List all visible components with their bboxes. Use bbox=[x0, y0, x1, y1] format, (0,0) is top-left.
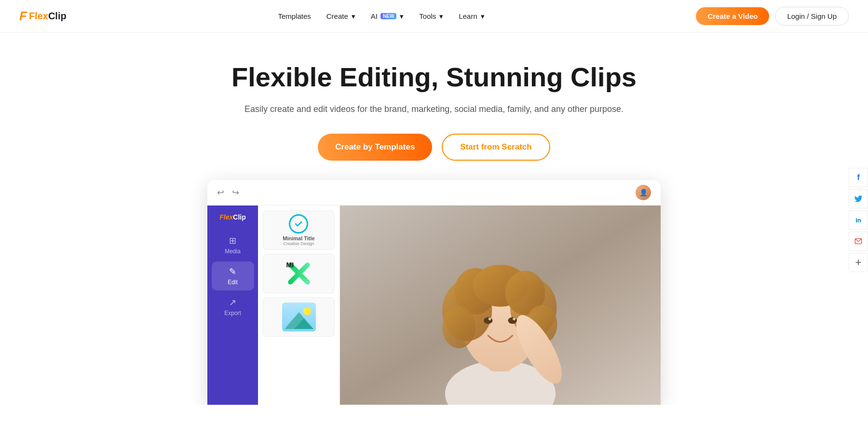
editor-main: Minimal Title Creative Design MI bbox=[258, 206, 661, 405]
sidebar-item-export[interactable]: ↗ Export bbox=[212, 292, 254, 321]
linkedin-share-button[interactable]: in bbox=[849, 210, 868, 230]
start-from-scratch-button[interactable]: Start from Scratch bbox=[442, 134, 550, 161]
undo-button[interactable]: ↩ bbox=[217, 187, 224, 198]
more-share-button[interactable]: + bbox=[849, 253, 868, 272]
svg-point-17 bbox=[508, 317, 517, 324]
preview-topbar: ↩ ↪ 👤 bbox=[207, 180, 661, 206]
nav-link-templates[interactable]: Templates bbox=[278, 12, 311, 20]
template-minimal-design: Minimal Title Creative Design bbox=[283, 214, 314, 246]
template-card-minimal-inner: Minimal Title Creative Design bbox=[263, 211, 334, 249]
email-share-button[interactable] bbox=[849, 232, 868, 251]
logo-icon: F bbox=[19, 9, 27, 24]
template-card-x[interactable]: MI bbox=[263, 254, 335, 293]
circle-inner-icon bbox=[294, 219, 303, 229]
user-avatar: 👤 bbox=[636, 185, 651, 200]
preview-body: FlexClip ⊞ Media ✎ Edit ↗ Export bbox=[207, 206, 661, 405]
template-card-minimal[interactable]: Minimal Title Creative Design bbox=[263, 210, 335, 250]
login-button[interactable]: Login / Sign Up bbox=[775, 7, 849, 26]
hero-buttons: Create by Templates Start from Scratch bbox=[227, 134, 641, 161]
template-card-mountain-inner bbox=[263, 298, 334, 336]
template-circle-icon bbox=[289, 214, 308, 234]
edit-icon: ✎ bbox=[229, 266, 236, 277]
email-icon bbox=[854, 237, 862, 245]
logo[interactable]: F FlexClip bbox=[19, 9, 67, 24]
svg-point-1 bbox=[303, 307, 311, 315]
editor-sidebar: FlexClip ⊞ Media ✎ Edit ↗ Export bbox=[207, 206, 258, 405]
redo-button[interactable]: ↪ bbox=[232, 187, 239, 198]
app-preview: ↩ ↪ 👤 FlexClip ⊞ Media ✎ Edit bbox=[193, 180, 675, 405]
navbar: F FlexClip Templates Create ▾ AI NEW ▾ T… bbox=[0, 0, 868, 33]
template-card-mountain[interactable] bbox=[263, 297, 335, 337]
export-icon: ↗ bbox=[229, 297, 236, 308]
hero-title: Flexible Editing, Stunning Clips bbox=[227, 62, 641, 93]
ai-new-badge: NEW bbox=[380, 13, 396, 19]
chevron-down-icon: ▾ bbox=[352, 12, 355, 21]
twitter-icon bbox=[854, 194, 863, 203]
template-minimal-sub-text: Creative Design bbox=[283, 241, 314, 246]
templates-panel: Minimal Title Creative Design MI bbox=[258, 206, 340, 405]
sidebar-logo: FlexClip bbox=[216, 213, 249, 221]
svg-point-18 bbox=[488, 317, 491, 320]
girl-svg bbox=[340, 206, 661, 405]
nav-link-ai[interactable]: AI NEW ▾ bbox=[371, 12, 404, 21]
nav-link-create[interactable]: Create ▾ bbox=[326, 12, 355, 21]
media-icon: ⊞ bbox=[229, 235, 236, 246]
template-card-x-inner: MI bbox=[263, 254, 334, 293]
svg-point-19 bbox=[513, 317, 515, 320]
x-label: MI bbox=[286, 261, 294, 269]
mountain-icon bbox=[282, 302, 316, 331]
preview-container: ↩ ↪ 👤 FlexClip ⊞ Media ✎ Edit bbox=[207, 180, 661, 405]
svg-point-13 bbox=[442, 306, 475, 348]
x-mark-graphic: MI bbox=[285, 259, 313, 288]
template-minimal-title-text: Minimal Title bbox=[283, 235, 314, 241]
hero-section: Flexible Editing, Stunning Clips Easily … bbox=[217, 33, 651, 180]
sidebar-item-edit-label: Edit bbox=[228, 279, 238, 286]
social-sidebar: f in + bbox=[849, 168, 868, 272]
nav-actions: Create a Video Login / Sign Up bbox=[696, 7, 849, 26]
facebook-share-button[interactable]: f bbox=[849, 168, 868, 187]
chevron-down-icon-tools: ▾ bbox=[439, 12, 443, 21]
nav-links: Templates Create ▾ AI NEW ▾ Tools ▾ Lear… bbox=[278, 12, 484, 21]
chevron-down-icon-ai: ▾ bbox=[400, 12, 404, 21]
nav-link-tools[interactable]: Tools ▾ bbox=[419, 12, 443, 21]
logo-text: FlexClip bbox=[29, 11, 67, 22]
sidebar-item-edit[interactable]: ✎ Edit bbox=[212, 261, 254, 290]
video-preview-image bbox=[340, 206, 661, 405]
topbar-left: ↩ ↪ bbox=[217, 187, 239, 198]
nav-link-learn[interactable]: Learn ▾ bbox=[459, 12, 484, 21]
video-panel bbox=[340, 206, 661, 405]
hero-subtitle: Easily create and edit videos for the br… bbox=[227, 102, 641, 116]
create-by-templates-button[interactable]: Create by Templates bbox=[318, 134, 432, 161]
topbar-right: 👤 bbox=[636, 185, 651, 200]
sidebar-item-media-label: Media bbox=[225, 248, 241, 255]
sidebar-item-export-label: Export bbox=[224, 310, 241, 316]
chevron-down-icon-learn: ▾ bbox=[481, 12, 485, 21]
create-video-button[interactable]: Create a Video bbox=[696, 7, 769, 25]
sidebar-item-media[interactable]: ⊞ Media bbox=[212, 231, 254, 260]
svg-point-16 bbox=[484, 317, 492, 324]
twitter-share-button[interactable] bbox=[849, 189, 868, 208]
